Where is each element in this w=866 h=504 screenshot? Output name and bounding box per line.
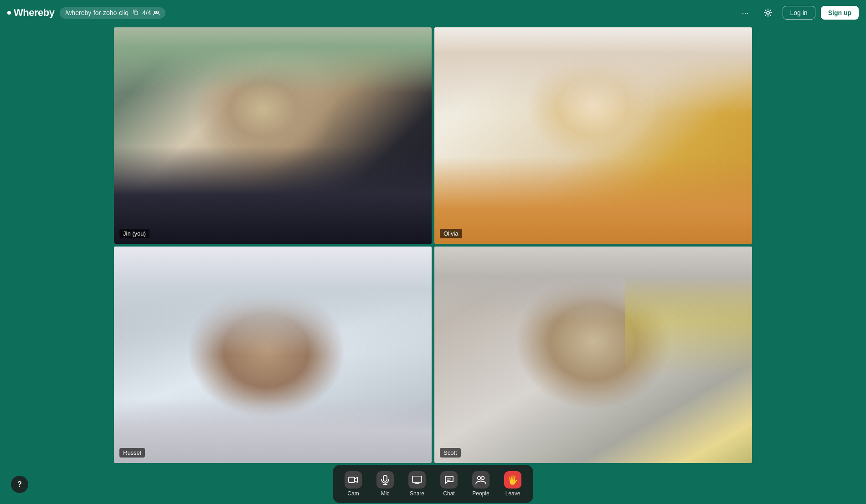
login-button[interactable]: Log in bbox=[783, 6, 815, 20]
participant-name-olivia: Olivia bbox=[440, 229, 462, 238]
leave-hand-icon: 🖐️ bbox=[507, 475, 519, 484]
leave-button[interactable]: 🖐️ Leave bbox=[498, 468, 528, 499]
cam-label: Cam bbox=[347, 490, 359, 497]
bottom-bar: Cam Mic Share bbox=[0, 464, 866, 504]
video-cell-scott: Scott bbox=[434, 247, 752, 463]
cam-button[interactable]: Cam bbox=[338, 468, 368, 499]
room-path: /whereby-for-zoho-cliq bbox=[65, 9, 129, 16]
participant-name-scott: Scott bbox=[440, 448, 461, 458]
chat-icon-bg bbox=[440, 471, 458, 489]
share-button[interactable]: Share bbox=[402, 468, 432, 499]
chat-button[interactable]: Chat bbox=[434, 468, 464, 499]
svg-rect-5 bbox=[383, 475, 387, 481]
header: Whereby /whereby-for-zoho-cliq 4/4 ··· bbox=[0, 0, 866, 26]
logo: Whereby bbox=[7, 7, 54, 19]
more-options-button[interactable]: ··· bbox=[737, 5, 753, 21]
mic-label: Mic bbox=[381, 490, 390, 497]
participant-name-russel: Russel bbox=[119, 448, 145, 458]
participants-info: 4/4 bbox=[142, 9, 160, 16]
people-label: People bbox=[472, 490, 489, 497]
chat-label: Chat bbox=[443, 490, 454, 497]
svg-point-13 bbox=[478, 477, 481, 480]
room-pill[interactable]: /whereby-for-zoho-cliq 4/4 bbox=[60, 7, 165, 19]
video-cell-jin: Jin (you) bbox=[114, 27, 432, 244]
video-cell-olivia: Olivia bbox=[434, 27, 752, 244]
svg-rect-0 bbox=[134, 11, 138, 14]
svg-rect-4 bbox=[349, 477, 355, 483]
leave-label: Leave bbox=[505, 490, 521, 497]
svg-rect-8 bbox=[412, 476, 422, 483]
copy-icon bbox=[132, 9, 139, 17]
svg-point-1 bbox=[155, 11, 156, 13]
cam-icon-bg bbox=[345, 471, 362, 489]
signup-button[interactable]: Sign up bbox=[821, 6, 859, 20]
share-icon-bg bbox=[408, 471, 426, 489]
video-grid: Jin (you) Olivia Russel Scott bbox=[114, 27, 752, 463]
svg-point-3 bbox=[767, 11, 769, 14]
svg-point-14 bbox=[481, 477, 485, 480]
controls-group: Cam Mic Share bbox=[333, 465, 533, 503]
svg-point-2 bbox=[157, 11, 159, 13]
mic-icon-bg bbox=[376, 471, 394, 489]
help-button[interactable]: ? bbox=[11, 476, 28, 493]
people-icon-bg bbox=[472, 471, 490, 489]
leave-icon-bg: 🖐️ bbox=[504, 471, 521, 489]
people-button[interactable]: People bbox=[466, 468, 496, 499]
video-cell-russel: Russel bbox=[114, 247, 432, 463]
settings-button[interactable] bbox=[759, 5, 777, 20]
participant-name-jin: Jin (you) bbox=[119, 229, 149, 238]
mic-button[interactable]: Mic bbox=[370, 468, 400, 499]
share-label: Share bbox=[410, 490, 424, 497]
